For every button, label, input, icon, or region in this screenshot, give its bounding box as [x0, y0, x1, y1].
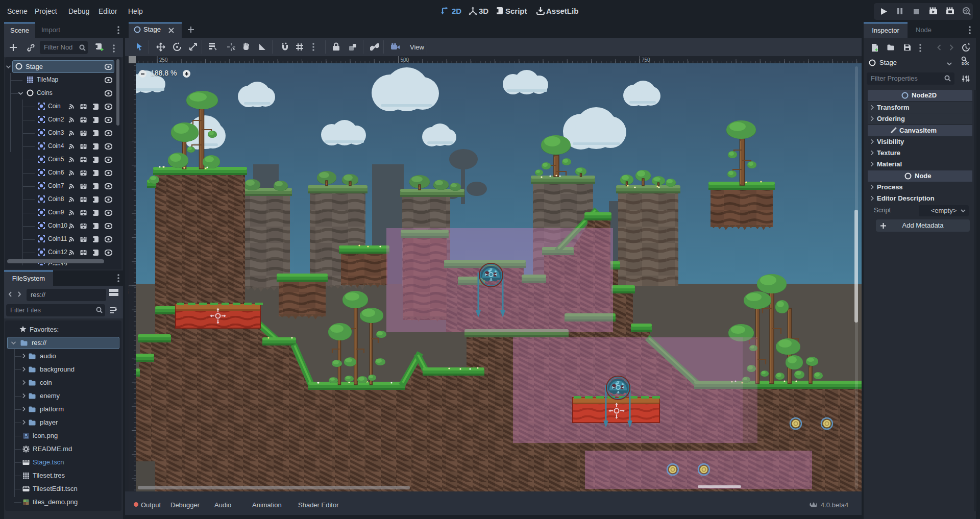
- svg-text:500: 500: [401, 57, 409, 63]
- svg-text:750: 750: [642, 57, 650, 63]
- svg-text:DOC: DOC: [962, 62, 969, 65]
- svg-text:250: 250: [129, 285, 130, 294]
- svg-text:250: 250: [159, 57, 168, 63]
